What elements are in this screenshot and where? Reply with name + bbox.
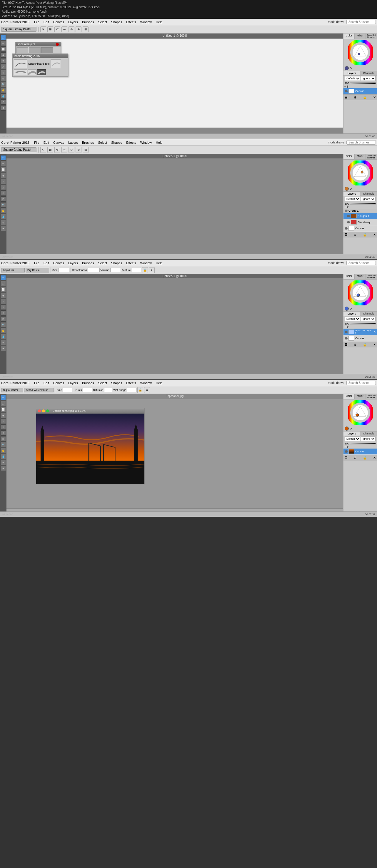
tool-3-zoom[interactable]: 🔍: [1, 322, 6, 328]
menu-brushes-1[interactable]: Brushes: [80, 20, 95, 24]
layer-delete-btn-4[interactable]: ✕: [373, 456, 376, 460]
layer-new-4[interactable]: +: [344, 445, 346, 448]
tool-zoom[interactable]: 🔍: [1, 82, 6, 87]
layer-group-1[interactable]: Group 1: [344, 209, 377, 213]
search-brushes-2[interactable]: Search Brushes: [346, 140, 376, 145]
opacity-slider-1[interactable]: [350, 82, 376, 84]
layer-strawberry[interactable]: Strawberry: [344, 219, 377, 225]
layer-group-btn-2[interactable]: ⊕: [354, 233, 356, 237]
menu-effects-1[interactable]: Effects: [124, 20, 138, 24]
strawberry-eye[interactable]: [347, 221, 350, 223]
layer-delete-btn-3[interactable]: ✕: [373, 343, 376, 346]
opacity-slider-2[interactable]: [350, 203, 376, 205]
tool-4-clone[interactable]: ⊕: [1, 466, 6, 471]
tab-mixer-3[interactable]: Mixer: [355, 274, 366, 279]
layer-group-btn-4[interactable]: ⊕: [354, 456, 356, 460]
tool-4-crop[interactable]: ⊡: [1, 436, 6, 441]
layer-new-2[interactable]: +: [344, 206, 346, 208]
menu-file-1[interactable]: File: [32, 20, 41, 24]
size-input-3[interactable]: 16.4: [59, 268, 69, 272]
panel-close-1[interactable]: [56, 43, 59, 46]
tool-2-text[interactable]: T: [1, 179, 6, 184]
layer-delete-1[interactable]: 🗑: [346, 85, 349, 88]
feature-input-3[interactable]: 6.2: [132, 268, 141, 272]
menu-file-2[interactable]: File: [32, 141, 41, 145]
layer-delete-2[interactable]: 🗑: [346, 206, 349, 208]
tool-btn-sym[interactable]: ⊛: [76, 27, 82, 32]
tool-btn-2-6[interactable]: ⊛: [76, 147, 82, 153]
win-max-4[interactable]: [46, 409, 49, 412]
layer-new-3[interactable]: +: [344, 326, 346, 328]
tool-4-pan[interactable]: ✋: [1, 448, 6, 453]
fg-color-4[interactable]: [345, 427, 349, 431]
opacity-slider-3[interactable]: [350, 323, 376, 324]
layer-lock-btn-3[interactable]: 🔒: [363, 343, 367, 346]
tool-3-crop[interactable]: ⊡: [1, 316, 6, 321]
liquidink-eye[interactable]: [345, 331, 348, 333]
volume-input-3[interactable]: 52%: [110, 268, 121, 272]
menu-select-2[interactable]: Select: [96, 141, 109, 145]
tool-2-eyedrop[interactable]: 💧: [1, 214, 6, 219]
tab-colorset-3[interactable]: Color Set Libraries: [366, 274, 377, 279]
tool-3-pan[interactable]: ✋: [1, 328, 6, 333]
menu-select-1[interactable]: Select: [96, 20, 109, 24]
tool-2-blend[interactable]: ⊝: [1, 220, 6, 225]
tool-3-fill[interactable]: ◈: [1, 293, 6, 298]
tool-2-zoom[interactable]: 🔍: [1, 202, 6, 208]
canvas-eye-2[interactable]: [345, 227, 348, 229]
tool-btn-rotate[interactable]: ↺: [54, 27, 60, 32]
fg-color-1[interactable]: [345, 66, 349, 70]
tab-color-3[interactable]: Color: [344, 274, 355, 279]
tool-shape[interactable]: △: [1, 64, 6, 69]
menu-select-3[interactable]: Select: [96, 261, 109, 265]
menu-window-4[interactable]: Window: [139, 381, 153, 385]
tool-select[interactable]: ⬚: [1, 35, 6, 40]
tab-layers-3[interactable]: Layers: [344, 312, 360, 316]
search-brushes-3[interactable]: Search Brushes: [346, 261, 376, 265]
menu-canvas-3[interactable]: Canvas: [52, 261, 66, 265]
tool-2-lasso[interactable]: ⊂: [1, 190, 6, 196]
tool-btn-2-3[interactable]: ↺: [54, 147, 60, 153]
menu-layers-1[interactable]: Layers: [66, 20, 80, 24]
tool-3-text[interactable]: T: [1, 299, 6, 304]
wetfringe-input-4[interactable]: 10k: [127, 388, 137, 392]
layer-new-1[interactable]: +: [344, 85, 346, 88]
tool-btn-flip[interactable]: ⇔: [61, 27, 67, 32]
default-select-4[interactable]: Default: [345, 436, 360, 441]
tab-channels-2[interactable]: Channels: [360, 192, 377, 196]
menu-canvas-1[interactable]: Canvas: [52, 20, 66, 24]
search-brushes-4[interactable]: Search Brushes: [346, 381, 376, 385]
layer-add-btn-1[interactable]: ☰: [345, 96, 348, 99]
menu-shapes-4[interactable]: Shapes: [109, 381, 124, 385]
menu-canvas-2[interactable]: Canvas: [52, 141, 66, 145]
tab-mixer-2[interactable]: Mixer: [355, 154, 366, 159]
tab-channels-4[interactable]: Channels: [360, 432, 377, 436]
menu-brushes-3[interactable]: Brushes: [80, 261, 95, 265]
layer-canvas-1[interactable]: Canvas: [344, 88, 377, 94]
search-brushes-1[interactable]: Search Brushes: [346, 20, 376, 24]
menu-help-3[interactable]: Help: [154, 261, 164, 265]
menu-effects-3[interactable]: Effects: [124, 261, 138, 265]
tool-btn-3-extra[interactable]: ≡: [149, 267, 155, 273]
tab-mixer-4[interactable]: Mixer: [355, 394, 366, 399]
tab-colorset-4[interactable]: Color Set Libraries: [366, 394, 377, 399]
tool-btn-transform[interactable]: ⊞: [47, 27, 53, 32]
tool-4-blend[interactable]: ⊝: [1, 460, 6, 465]
menu-layers-3[interactable]: Layers: [66, 261, 80, 265]
canvas-eye-4[interactable]: [345, 450, 348, 453]
tool-btn-arrow[interactable]: ↖: [40, 27, 46, 32]
tool-paint[interactable]: ✏: [1, 40, 6, 46]
tab-color-1[interactable]: Color: [344, 33, 355, 39]
opacity-slider-4[interactable]: [350, 443, 376, 444]
canvas-content-1[interactable]: special layers basic drawing 2015: [6, 39, 343, 128]
canvas-eye-3[interactable]: [345, 337, 348, 340]
tool-lasso[interactable]: ⊂: [1, 70, 6, 75]
layer-canvas-3[interactable]: Canvas: [344, 335, 377, 342]
tab-color-4[interactable]: Color: [344, 394, 355, 399]
menu-shapes-3[interactable]: Shapes: [109, 261, 124, 265]
tool-4-text[interactable]: T: [1, 418, 6, 424]
tool-eraser[interactable]: ⬜: [1, 46, 6, 52]
ignore-select-2[interactable]: Ignore: [361, 197, 376, 202]
default-select-1[interactable]: Default: [345, 76, 360, 81]
menu-edit-1[interactable]: Edit: [42, 20, 51, 24]
